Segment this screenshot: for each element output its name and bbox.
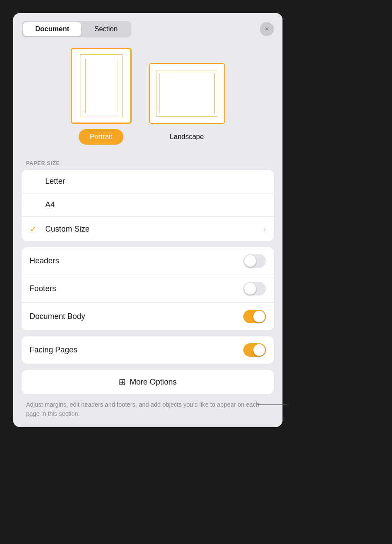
callout-text: If Document Body is ticked, you're worki… (287, 382, 382, 414)
close-button[interactable]: × (260, 22, 274, 36)
headers-row: Headers (22, 247, 274, 275)
landscape-icon (149, 63, 225, 124)
list-item-custom-size[interactable]: ✓ Custom Size › (22, 217, 274, 241)
tab-section[interactable]: Section (82, 22, 130, 36)
document-body-toggle-knob (253, 311, 265, 322)
document-body-label: Document Body (30, 312, 243, 321)
more-options-label: More Options (130, 378, 176, 387)
facing-pages-label: Facing Pages (30, 345, 243, 355)
tab-group: Document Section (22, 21, 131, 37)
document-body-toggle[interactable] (243, 310, 266, 323)
portrait-inner-lines3 (76, 59, 117, 113)
orientation-section: Portrait Landscape (13, 43, 282, 160)
tab-bar: Document Section × (13, 13, 282, 43)
footers-row: Footers (22, 275, 274, 303)
footer-description: Adjust margins, edit headers and footers… (13, 398, 282, 418)
landscape-inner-lines3 (154, 73, 215, 113)
portrait-option[interactable]: Portrait (71, 48, 132, 145)
facing-pages-toggle[interactable] (243, 343, 266, 357)
headers-toggle[interactable] (243, 254, 266, 268)
headers-toggle-knob (244, 255, 256, 267)
orientation-options: Portrait Landscape (71, 48, 225, 145)
more-options-icon: ⊞ (119, 377, 126, 387)
list-item-a4[interactable]: A4 (22, 193, 274, 217)
more-options-button[interactable]: ⊞ More Options (22, 370, 274, 394)
facing-pages-card: Facing Pages (22, 336, 274, 364)
callout-line (256, 404, 287, 405)
footers-toggle[interactable] (243, 282, 266, 295)
panel-container: Document Section × Portrait (0, 0, 392, 544)
document-panel: Document Section × Portrait (13, 13, 282, 427)
custom-size-chevron-icon: › (263, 225, 266, 234)
paper-size-list: Letter A4 ✓ Custom Size › (22, 170, 274, 241)
document-body-row: Document Body (22, 303, 274, 330)
facing-pages-row: Facing Pages (22, 336, 274, 364)
footers-toggle-knob (244, 283, 256, 295)
letter-label: Letter (45, 177, 266, 186)
a4-label: A4 (45, 200, 266, 209)
landscape-option[interactable]: Landscape (149, 63, 225, 145)
more-options-card: ⊞ More Options (22, 370, 274, 394)
toggles-card: Headers Footers Document Body (22, 247, 274, 330)
custom-size-label: Custom Size (45, 225, 263, 234)
portrait-icon (71, 48, 132, 124)
landscape-button[interactable]: Landscape (159, 129, 215, 145)
headers-label: Headers (30, 256, 243, 265)
footers-label: Footers (30, 284, 243, 293)
tab-document[interactable]: Document (23, 22, 81, 36)
custom-size-checkmark: ✓ (30, 224, 40, 234)
facing-pages-toggle-knob (253, 344, 265, 356)
portrait-button[interactable]: Portrait (79, 129, 124, 145)
paper-size-label: PAPER SIZE (13, 160, 282, 170)
list-item-letter[interactable]: Letter (22, 170, 274, 193)
